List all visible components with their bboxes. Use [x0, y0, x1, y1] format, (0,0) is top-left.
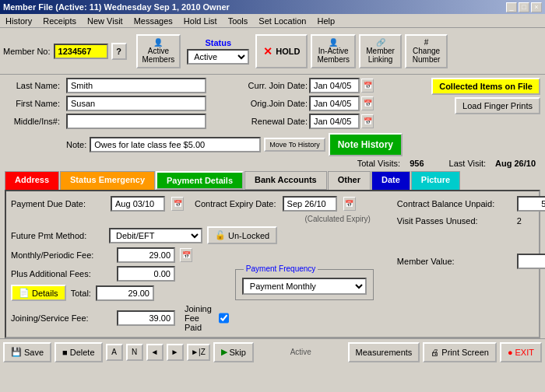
payment-due-label: Payment Due Date: [11, 199, 104, 208]
help-member-btn[interactable]: ? [111, 43, 127, 60]
curr-join-label: Curr. Join Date: [234, 81, 308, 90]
hold-x-icon: ✕ [263, 45, 272, 58]
contract-expiry-input[interactable] [283, 196, 337, 212]
curr-join-cal-btn[interactable]: 📅 [361, 79, 374, 93]
unlocked-btn[interactable]: 🔓 Un-Locked [207, 226, 277, 244]
tab-date[interactable]: Date [371, 171, 410, 190]
status-select[interactable]: Active Inactive Hold [187, 49, 249, 65]
firstname-input[interactable] [66, 96, 206, 111]
load-fingerprints-btn[interactable]: Load Finger Prints [455, 97, 540, 114]
menu-help[interactable]: Help [315, 16, 337, 26]
right-btns: Collected Items on File Load Finger Prin… [416, 78, 540, 131]
visit-passes-row: Visit Passes Unused: 2 [397, 216, 545, 226]
lastname-input[interactable] [66, 78, 206, 93]
inactive-members-btn[interactable]: 👤 In-Active Members [311, 34, 356, 68]
joining-fee-row: Joining/Service Fee: Joining Fee Paid [11, 304, 229, 332]
nav-next-btn[interactable]: ► [167, 344, 184, 361]
skip-label: Skip [230, 348, 246, 357]
active-members-btn[interactable]: 👤 Active Members [136, 34, 181, 68]
payment-content: Payment Due Date: 📅 Contract Expiry Date… [11, 196, 534, 332]
contract-balance-input[interactable] [517, 196, 545, 212]
freq-label: Payment Frequency [244, 264, 318, 273]
details-icon: 📄 [19, 288, 30, 298]
member-linking-btn[interactable]: 🔗 Member Linking [359, 34, 402, 68]
monthly-fee-cal-btn[interactable]: 📅 [180, 248, 192, 262]
curr-join-input[interactable] [309, 78, 360, 93]
joining-fee-label: Joining/Service Fee: [11, 313, 112, 323]
tab-other[interactable]: Other [328, 171, 371, 190]
member-linking-icon: 🔗 [376, 38, 385, 47]
joining-fee-paid-checkbox[interactable] [219, 312, 229, 324]
details-btn[interactable]: 📄 Details [11, 285, 66, 301]
nav-a-btn[interactable]: A [106, 344, 123, 361]
toolbar: Member No: ? 👤 Active Members Status Act… [0, 28, 545, 75]
nav-n-btn[interactable]: N [126, 344, 143, 361]
member-value-input[interactable] [517, 254, 545, 269]
orig-join-input[interactable] [309, 96, 360, 111]
dates-row: Payment Due Date: 📅 Contract Expiry Date… [11, 196, 374, 212]
member-no-input[interactable] [54, 44, 108, 59]
exit-btn[interactable]: ● EXIT [500, 342, 542, 362]
payment-due-cal-btn[interactable]: 📅 [171, 197, 184, 211]
menu-holdlist[interactable]: Hold List [181, 16, 220, 26]
orig-join-label: Orig.Join Date: [234, 99, 308, 108]
unlocked-label: Un-Locked [228, 231, 269, 240]
orig-join-cal-btn[interactable]: 📅 [361, 96, 374, 110]
renewal-cal-btn[interactable]: 📅 [361, 114, 374, 128]
change-number-icon: # [424, 38, 429, 47]
print-screen-btn[interactable]: 🖨 Print Screen [423, 342, 497, 362]
maximize-btn[interactable]: □ [519, 2, 529, 12]
middleins-label: Middle/Ins#: [5, 117, 63, 126]
renewal-input[interactable] [309, 114, 360, 129]
middleins-row: Middle/Ins#: [5, 114, 223, 129]
menu-messages[interactable]: Messages [132, 16, 175, 26]
print-screen-label: Print Screen [441, 348, 489, 357]
freq-select[interactable]: Payment Monthly Payment Weekly Payment B… [242, 278, 367, 295]
payment-due-input[interactable] [111, 196, 165, 212]
move-to-history-btn[interactable]: Move To History [264, 138, 325, 152]
future-method-label: Future Pmt Method: [11, 231, 104, 240]
measurements-label: Measurements [356, 348, 413, 357]
delete-btn[interactable]: ■ Delete [54, 342, 102, 362]
save-btn[interactable]: 💾 Save [3, 342, 51, 362]
save-icon: 💾 [11, 347, 22, 357]
lock-icon: 🔓 [215, 230, 226, 240]
orig-join-row: Orig.Join Date: 📅 [234, 96, 405, 111]
skip-btn[interactable]: ▶ Skip [213, 342, 254, 362]
tab-address[interactable]: Address [5, 171, 59, 190]
renewal-row: Renewal Date: 📅 [234, 114, 405, 129]
monthly-fee-input[interactable] [117, 247, 175, 263]
tab-status[interactable]: Status Emergency [60, 171, 155, 190]
total-input[interactable] [96, 285, 154, 301]
middleins-input[interactable] [66, 114, 206, 129]
menu-setlocation[interactable]: Set Location [256, 16, 308, 26]
menu-history[interactable]: History [3, 16, 34, 26]
tab-picture[interactable]: Picture [411, 171, 460, 190]
delete-icon: ■ [62, 348, 68, 357]
nav-z-btn[interactable]: ►|Z [187, 344, 210, 361]
tab-payment[interactable]: Payment Details [156, 171, 244, 190]
minimize-btn[interactable]: _ [506, 2, 517, 12]
measurements-btn[interactable]: Measurements [348, 342, 420, 362]
menu-tools[interactable]: Tools [226, 16, 251, 26]
nav-prev-btn[interactable]: ◄ [146, 344, 164, 361]
change-number-label: Change Number [413, 47, 441, 64]
lastname-row: Last Name: [5, 78, 223, 93]
hold-button[interactable]: ✕ HOLD [255, 34, 308, 68]
close-btn[interactable]: × [531, 2, 542, 12]
menu-newvisit[interactable]: New Visit [85, 16, 125, 26]
collected-items-btn[interactable]: Collected Items on File [431, 78, 540, 95]
note-input[interactable] [90, 137, 261, 152]
joining-fee-input[interactable] [117, 310, 175, 326]
contract-expiry-cal-btn[interactable]: 📅 [343, 197, 356, 211]
tab-bank[interactable]: Bank Accounts [244, 171, 327, 190]
exit-label: EXIT [515, 348, 534, 357]
change-number-btn[interactable]: # Change Number [405, 34, 448, 68]
additional-input[interactable] [117, 266, 175, 282]
future-method-select[interactable]: Debit/EFT Cash Credit Card [109, 228, 202, 243]
last-visit-label: Last Visit: [449, 159, 487, 168]
skip-icon: ▶ [221, 347, 227, 357]
note-history-btn[interactable]: Note History [329, 133, 403, 156]
menu-receipts[interactable]: Receipts [40, 16, 79, 26]
freq-left: Plus Additional Fees: 📄 Details Total: [11, 266, 229, 332]
